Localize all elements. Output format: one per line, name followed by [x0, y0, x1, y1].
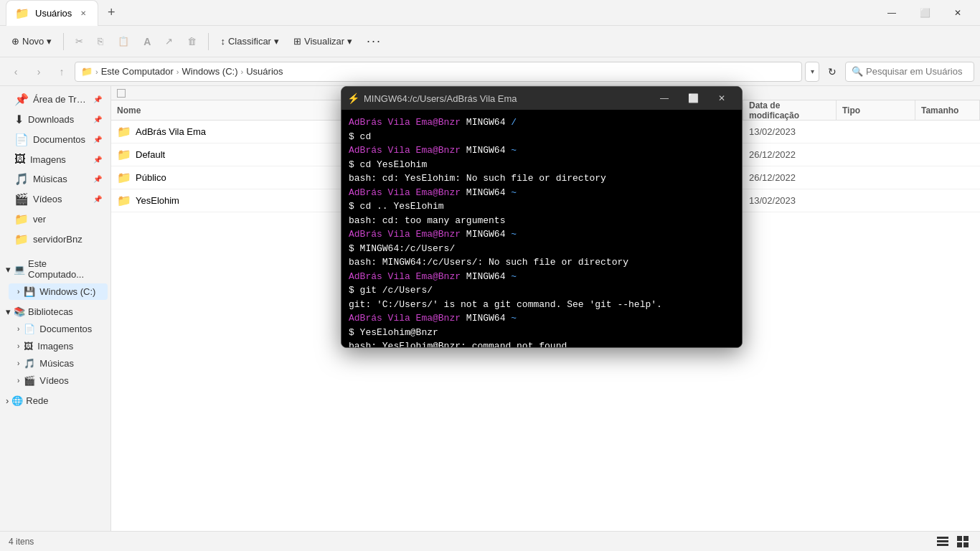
terminal-icon: ⚡ — [347, 93, 359, 104]
pin-icon-doc: 📌 — [93, 136, 102, 143]
sidebar-item-windows-c[interactable]: › 💾 Windows (C:) — [9, 283, 108, 300]
sidebar-item-label: ver — [33, 214, 46, 225]
expand-icon: › — [17, 359, 19, 367]
breadcrumb-item-1[interactable]: Windows (C:) — [182, 66, 238, 77]
sidebar-item-imagens[interactable]: 🖼 Imagens 📌 — [3, 150, 108, 169]
sidebar-item-bib-img[interactable]: › 🖼 Imagens — [9, 338, 108, 354]
tab-folder-icon: 📁 — [15, 6, 29, 20]
svg-rect-3 — [957, 536, 962, 541]
tab-usuarios[interactable]: 📁 Usuários ✕ — [6, 0, 98, 26]
sidebar-item-downloads[interactable]: ⬇ Downloads 📌 — [3, 110, 108, 129]
terminal-body[interactable]: AdBrás Vila Ema@Bnzr MINGW64 / $ cd AdBr… — [341, 110, 742, 347]
sidebar-item-bib-docs[interactable]: › 📄 Documentos — [9, 321, 108, 337]
refresh-button[interactable]: ↻ — [822, 62, 842, 82]
maximize-button[interactable]: ⬜ — [908, 0, 941, 26]
new-tab-button[interactable]: + — [98, 0, 124, 26]
breadcrumb[interactable]: 📁 › Este Computador › Windows (C:) › Usu… — [75, 62, 802, 82]
classificar-button[interactable]: ↕ Classificar ▾ — [215, 33, 284, 50]
sidebar-item-label: Documentos — [33, 134, 85, 145]
visualizar-button[interactable]: ⊞ Visualizar ▾ — [288, 33, 358, 50]
terminal-line: AdBrás Vila Ema@Bnzr MINGW64 ~ — [349, 311, 735, 326]
terminal-minimize-button[interactable]: — — [650, 87, 679, 110]
servidor-icon: 📁 — [14, 232, 29, 246]
search-box[interactable]: 🔍 — [845, 62, 974, 82]
bib-docs-icon: 📄 — [24, 324, 35, 334]
novo-button[interactable]: ⊕ Novo ▾ — [6, 33, 57, 50]
sidebar-item-musicas[interactable]: 🎵 Músicas 📌 — [3, 169, 108, 189]
bib-vid-icon: 🎬 — [24, 375, 35, 386]
svg-rect-5 — [957, 542, 962, 547]
sidebar-item-area-trabalho[interactable]: 📌 Área de Traba... 📌 — [3, 90, 108, 109]
compartilhar-button[interactable]: ↗ — [159, 33, 179, 50]
terminal-line: AdBrás Vila Ema@Bnzr MINGW64 ~ — [349, 186, 735, 200]
close-button[interactable]: ✕ — [941, 0, 974, 26]
breadcrumb-item-0[interactable]: Este Computador — [101, 66, 174, 77]
terminal-line: bash: cd: too many arguments — [349, 214, 735, 228]
folder-icon: 📁 — [117, 125, 131, 138]
recortar-button[interactable]: ✂ — [70, 33, 89, 50]
este-computador-children: › 💾 Windows (C:) — [0, 283, 110, 300]
sidebar-item-ver[interactable]: 📁 ver — [3, 209, 108, 229]
details-view-button[interactable] — [934, 533, 951, 550]
expand-icon: › — [17, 325, 19, 333]
item-count: 4 itens — [9, 537, 34, 547]
chevron-down-icon-bib: ▾ — [6, 306, 11, 317]
up-button[interactable]: ↑ — [52, 62, 72, 82]
tab-label: Usuários — [35, 8, 72, 19]
toolbar-sep-2 — [208, 33, 209, 50]
excluir-button[interactable]: 🗑 — [182, 33, 202, 50]
compartilhar-icon: ↗ — [165, 36, 173, 47]
bibliotecas-group[interactable]: ▾ 📚 Bibliotecas — [0, 303, 110, 320]
videos-icon: 🎬 — [14, 192, 29, 206]
back-button[interactable]: ‹ — [6, 62, 26, 82]
biblioteca-icon: 📚 — [14, 306, 25, 317]
search-input[interactable] — [866, 66, 968, 77]
novo-chevron-icon: ▾ — [47, 36, 52, 47]
recortar-icon: ✂ — [75, 36, 83, 47]
file-date: 26/12/2022 — [743, 149, 837, 160]
svg-rect-4 — [963, 536, 969, 541]
terminal-line: $ cd YesElohim — [349, 158, 735, 172]
breadcrumb-item-2[interactable]: Usuários — [246, 66, 283, 77]
sidebar-item-bib-vid[interactable]: › 🎬 Vídeos — [9, 372, 108, 389]
sidebar-item-videos[interactable]: 🎬 Vídeos 📌 — [3, 189, 108, 209]
col-date-header[interactable]: Data de modificação — [743, 100, 837, 120]
terminal-window: ⚡ MINGW64:/c/Users/AdBrás Vila Ema — ⬜ ✕… — [341, 86, 743, 348]
sidebar-item-bib-mus[interactable]: › 🎵 Músicas — [9, 355, 108, 372]
main-layout: 📌 Área de Traba... 📌 ⬇ Downloads 📌 📄 Doc… — [0, 86, 980, 531]
imagens-icon: 🖼 — [14, 153, 26, 166]
copiar-button[interactable]: ⎘ — [92, 33, 109, 50]
pin-icon-img: 📌 — [93, 156, 102, 164]
minimize-button[interactable]: — — [875, 0, 908, 26]
toolbar: ⊕ Novo ▾ ✂ ⎘ 📋 A ↗ 🗑 ↕ Classificar ▾ ⊞ V… — [0, 26, 980, 57]
rede-label: Rede — [26, 395, 48, 406]
more-options-button[interactable]: ··· — [361, 31, 387, 52]
file-name-label: AdBrás Vila Ema — [136, 126, 206, 137]
colar-button[interactable]: 📋 — [112, 33, 135, 50]
este-computador-group[interactable]: ▾ 💻 Este Computado... — [0, 255, 110, 283]
rede-group[interactable]: › 🌐 Rede — [0, 392, 110, 409]
breadcrumb-sep-1: › — [176, 67, 179, 76]
terminal-close-button[interactable]: ✕ — [707, 87, 736, 110]
renomear-button[interactable]: A — [138, 33, 156, 50]
area-trabalho-icon: 📌 — [14, 93, 29, 106]
bib-img-icon: 🖼 — [24, 341, 33, 352]
expand-icon: › — [17, 377, 19, 385]
pin-icon-music: 📌 — [93, 175, 102, 183]
folder-icon: 📁 — [117, 171, 131, 184]
expand-button[interactable]: ▾ — [805, 62, 819, 82]
terminal-maximize-button[interactable]: ⬜ — [679, 87, 707, 110]
breadcrumb-sep-0: › — [95, 67, 98, 76]
sort-indicator — [117, 89, 126, 98]
col-size-header[interactable]: Tamanho — [915, 100, 980, 120]
sidebar-item-servidorbnz[interactable]: 📁 servidorBnz — [3, 230, 108, 249]
sidebar-item-documentos[interactable]: 📄 Documentos 📌 — [3, 130, 108, 149]
tab-close-button[interactable]: ✕ — [77, 7, 89, 19]
pin-icon: 📌 — [93, 95, 102, 103]
este-computador-label: Este Computado... — [28, 258, 105, 280]
col-type-header[interactable]: Tipo — [837, 100, 915, 120]
grid-view-button[interactable] — [954, 533, 971, 550]
forward-button[interactable]: › — [29, 62, 49, 82]
sidebar-item-label: Área de Traba... — [33, 94, 89, 105]
sidebar-item-label: Vídeos — [33, 194, 62, 204]
